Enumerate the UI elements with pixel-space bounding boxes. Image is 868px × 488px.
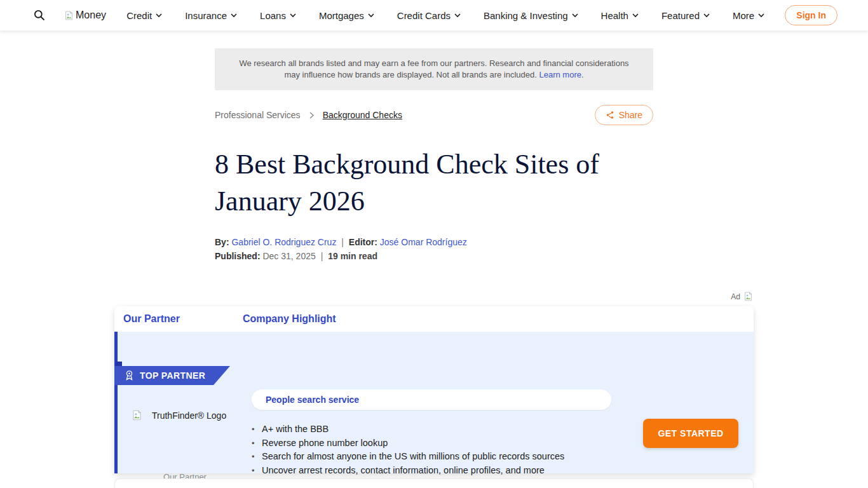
top-navigation-bar: Money Credit Insurance Loans Mortgages C… xyxy=(0,0,868,30)
chevron-down-icon xyxy=(572,13,578,18)
nav-item-insurance[interactable]: Insurance xyxy=(185,10,237,21)
nav-item-credit-cards[interactable]: Credit Cards xyxy=(397,10,461,21)
ribbon-fold xyxy=(116,362,122,367)
partner-card-header: Our Partner Company Highlight xyxy=(114,306,754,332)
broken-image-icon xyxy=(743,291,754,302)
ad-label: Ad xyxy=(731,292,740,301)
read-time: 19 min read xyxy=(328,251,377,261)
nav-item-featured[interactable]: Featured xyxy=(661,10,710,21)
feature-bullet: Reverse phone number lookup xyxy=(262,437,564,451)
chevron-right-icon xyxy=(309,112,314,119)
search-icon[interactable] xyxy=(32,8,47,23)
feature-bullet-list: A+ with the BBB Reverse phone number loo… xyxy=(262,423,564,477)
broken-image-icon xyxy=(64,10,74,21)
breadcrumb: Professional Services Background Checks xyxy=(215,110,402,120)
breadcrumb-background-checks[interactable]: Background Checks xyxy=(323,110,402,120)
top-partner-badge: TOP PARTNER xyxy=(114,366,230,385)
nav-item-credit[interactable]: Credit xyxy=(126,10,162,21)
share-icon xyxy=(606,111,614,119)
our-partner-column-header: Our Partner xyxy=(114,313,243,325)
published-line: Published: Dec 31, 2025 | 19 min read xyxy=(215,251,377,261)
share-label: Share xyxy=(619,110,642,120)
truthfinder-logo[interactable]: TruthFinder® Logo xyxy=(131,409,226,421)
breadcrumb-professional-services[interactable]: Professional Services xyxy=(215,110,301,120)
chevron-down-icon xyxy=(703,13,710,18)
partner-card-body: TOP PARTNER TruthFinder® Logo Our Partne… xyxy=(114,332,754,473)
main-nav: Credit Insurance Loans Mortgages Credit … xyxy=(106,10,785,21)
highlight-pill: People search service xyxy=(252,390,611,410)
next-partner-card-edge xyxy=(114,478,754,488)
chevron-down-icon xyxy=(156,13,162,18)
chevron-down-icon xyxy=(290,13,296,18)
feature-bullet: A+ with the BBB xyxy=(262,423,564,437)
nav-item-loans[interactable]: Loans xyxy=(260,10,296,21)
top-partner-label: TOP PARTNER xyxy=(140,370,205,381)
nav-item-health[interactable]: Health xyxy=(601,10,639,21)
logo-alt-text: Money xyxy=(76,10,106,21)
sign-in-button[interactable]: Sign In xyxy=(785,5,837,25)
broken-image-icon xyxy=(131,409,143,421)
ad-label-row: Ad xyxy=(114,291,754,302)
breadcrumb-row: Professional Services Background Checks … xyxy=(215,104,653,126)
page: Money Credit Insurance Loans Mortgages C… xyxy=(0,0,868,488)
advertiser-disclosure: We research all brands listed and may ea… xyxy=(215,48,653,90)
medal-icon xyxy=(125,370,134,381)
logo-alt-text: TruthFinder® Logo xyxy=(152,410,226,421)
nav-item-mortgages[interactable]: Mortgages xyxy=(319,10,374,21)
highlight-pill-label: People search service xyxy=(266,395,359,405)
chevron-down-icon xyxy=(454,13,461,18)
chevron-down-icon xyxy=(758,13,764,18)
share-button[interactable]: Share xyxy=(595,105,653,125)
company-highlight-column-header: Company Highlight xyxy=(243,313,336,325)
byline: By: Gabriel O. Rodriguez Cruz | Editor: … xyxy=(215,237,467,247)
author-link[interactable]: Gabriel O. Rodriguez Cruz xyxy=(231,237,336,247)
nav-item-banking-investing[interactable]: Banking & Investing xyxy=(484,10,578,21)
nav-item-more[interactable]: More xyxy=(733,10,764,21)
page-title: 8 Best Background Check Sites of January… xyxy=(215,146,654,220)
chevron-down-icon xyxy=(632,13,639,18)
editor-link[interactable]: José Omar Rodríguez xyxy=(380,237,467,247)
chevron-down-icon xyxy=(368,13,374,18)
partner-card: Our Partner Company Highlight TOP PARTNE… xyxy=(114,306,754,473)
chevron-down-icon xyxy=(231,13,237,18)
learn-more-link[interactable]: Learn more xyxy=(539,70,581,79)
feature-bullet: Uncover arrest records, contact informat… xyxy=(262,464,564,478)
get-started-button[interactable]: GET STARTED xyxy=(643,419,738,448)
money-logo[interactable]: Money xyxy=(64,10,106,21)
feature-bullet: Search for almost anyone in the US with … xyxy=(262,450,564,464)
